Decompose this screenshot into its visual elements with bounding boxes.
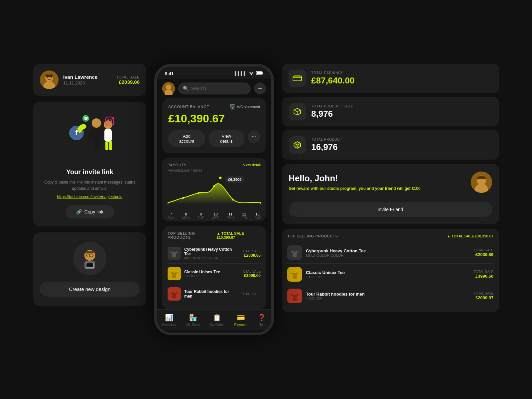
balance-amount: £10,390.67 xyxy=(168,112,260,125)
product-color: MULTICOLOR COLOR xyxy=(184,256,238,260)
design-card: Create new design xyxy=(33,232,146,306)
nav-mystore[interactable]: 🏪 My Store xyxy=(187,314,200,327)
product-color: 1 COLOR xyxy=(184,274,238,278)
user-date: 11.11.2023 xyxy=(63,80,112,85)
plus-button[interactable]: + xyxy=(254,82,266,94)
nav-payment-label: Payment xyxy=(234,323,247,327)
svg-text:💬: 💬 xyxy=(83,116,88,121)
svg-rect-18 xyxy=(105,141,108,150)
sold-icon-box xyxy=(289,103,306,120)
product-item: Tour Rabbit hoodies for men TOTAL SALE xyxy=(168,284,261,304)
hello-avatar xyxy=(471,172,492,193)
svg-rect-30 xyxy=(86,268,94,269)
earnings-icon-box xyxy=(289,70,306,87)
chart-container: £6,3909 xyxy=(168,176,261,216)
products-title: TOP SELLING PRODUCTS xyxy=(168,231,217,239)
stats-cards: TOTAL EARNINGS £87,640.00 TOTAL PRODUCT … xyxy=(282,64,499,160)
svg-point-48 xyxy=(232,199,234,200)
rp-title: TOP SELLING PRODUCTS xyxy=(287,234,338,238)
nav-help[interactable]: ❓ Help xyxy=(258,314,266,327)
invite-link[interactable]: https://fashino.com/invite/eaglestudio xyxy=(40,195,140,199)
svg-point-45 xyxy=(198,192,200,194)
products-total: ▲ TOTAL SALE £10,390.67 xyxy=(217,231,261,239)
payouts-subtitle: Payouts(Last 7 days) xyxy=(168,168,261,172)
balance-section: ACCOUNT BALANCE 🖥️ A/C statement £10,390… xyxy=(162,98,266,153)
phone-avatar xyxy=(162,82,175,95)
product-thumbnail xyxy=(168,247,181,260)
overview-icon: 📊 xyxy=(165,314,173,322)
product-sale-label: TOTAL SALE xyxy=(241,270,261,273)
rp-name: Cyberpunk Heavy Cotton Tee xyxy=(306,248,470,253)
product-icon-box xyxy=(289,136,306,154)
product-name: Classic Unisex Tee xyxy=(184,270,238,274)
chart-tooltip: £6,3909 xyxy=(225,176,244,183)
earnings-label: TOTAL EARNINGS xyxy=(311,71,354,75)
right-column: TOTAL EARNINGS £87,640.00 TOTAL PRODUCT … xyxy=(282,64,499,312)
product-sale-label: TOTAL SALE xyxy=(241,249,261,253)
user-card: Ivan Lawrence 11.11.2023 TOTAL SALE £203… xyxy=(33,64,146,96)
svg-rect-19 xyxy=(109,141,112,150)
stat-card-product: TOTAL PRODUCT 16,976 xyxy=(282,130,499,160)
rp-item: Cyberpunk Heavy Cotton Tee MULTICOLOR CO… xyxy=(287,242,493,264)
nav-myorder[interactable]: 📋 My Order xyxy=(210,314,224,327)
rp-name: Classic Unisex Tee xyxy=(306,270,470,275)
phone: 9:41 ▎▎▎▎ xyxy=(154,64,274,335)
sold-value: 8,976 xyxy=(311,109,353,119)
svg-rect-54 xyxy=(294,75,301,76)
rp-sale-value: £2039.86 xyxy=(474,252,493,257)
svg-point-49 xyxy=(260,202,261,204)
payouts-title: PAYOUTS xyxy=(168,163,187,167)
invite-desc: Copy & paste this link into instant mess… xyxy=(40,179,140,192)
more-button[interactable]: ··· xyxy=(248,130,260,143)
user-name: Ivan Lawrence xyxy=(63,74,112,80)
svg-point-22 xyxy=(112,118,113,119)
phone-container: 9:41 ▎▎▎▎ xyxy=(154,64,274,335)
view-detail-link[interactable]: View detail xyxy=(243,163,261,167)
view-details-button[interactable]: View details xyxy=(208,130,244,147)
nav-payment[interactable]: 💳 Payment xyxy=(234,314,247,327)
ac-statement: 🖥️ A/C statement xyxy=(230,104,260,109)
rp-thumbnail xyxy=(287,267,302,282)
svg-rect-38 xyxy=(263,72,263,74)
nav-overview[interactable]: 📊 Overview xyxy=(162,314,176,327)
rp-name: Tour Rabbit hoodies for men xyxy=(306,292,470,297)
rp-thumbnail xyxy=(287,245,302,260)
nav-help-label: Help xyxy=(259,323,266,327)
main-container: Ivan Lawrence 11.11.2023 TOTAL SALE £203… xyxy=(33,64,499,335)
svg-line-35 xyxy=(86,255,86,255)
search-bar[interactable]: 🔍 Search xyxy=(178,82,251,94)
chart-labels: 7SUN 8MON 9TUE 10WED 11THU 12FRI 13SAT xyxy=(168,212,261,220)
product-label: TOTAL PRODUCT xyxy=(311,138,342,141)
rp-item: Tour Rabbit hoodies for men 1 COLOR TOTA… xyxy=(287,285,493,307)
svg-rect-5 xyxy=(46,76,53,77)
create-design-button[interactable]: Create new design xyxy=(40,282,140,297)
rp-item: Classic Unisex Tee 1 COLOR TOTAL SALE £3… xyxy=(287,264,493,285)
svg-point-46 xyxy=(213,185,215,187)
svg-point-44 xyxy=(182,197,184,199)
svg-point-43 xyxy=(168,202,169,204)
rp-color: 1 COLOR xyxy=(306,275,470,279)
phone-products-section: TOP SELLING PRODUCTS ▲ TOTAL SALE £10,39… xyxy=(162,226,266,309)
battery-icon xyxy=(256,71,263,76)
product-thumbnail xyxy=(168,287,181,301)
svg-point-47 xyxy=(219,177,221,179)
add-account-button[interactable]: Add account xyxy=(168,130,205,147)
status-time: 9:41 xyxy=(165,71,174,76)
nav-myorder-label: My Order xyxy=(210,323,224,327)
hello-title: Hello, John! xyxy=(289,173,466,184)
invite-friend-button[interactable]: Invite Friend xyxy=(289,202,492,217)
payouts-section: PAYOUTS View detail Payouts(Last 7 days)… xyxy=(162,158,266,221)
rp-total: ▲ TOTAL SALE £10,390.67 xyxy=(447,234,493,238)
product-value: 16,976 xyxy=(311,142,342,152)
svg-text:f: f xyxy=(75,129,78,137)
rp-sale-value: £3990.60 xyxy=(474,274,493,279)
stat-card-earnings: TOTAL EARNINGS £87,640.00 xyxy=(282,64,499,93)
svg-point-10 xyxy=(92,118,101,128)
product-item: Cyberpunk Heavy Cotton Tee MULTICOLOR CO… xyxy=(168,243,261,264)
nav-overview-label: Overview xyxy=(162,323,176,327)
search-icon: 🔍 xyxy=(183,86,189,91)
rp-sale-value: £2090.97 xyxy=(474,295,493,300)
rp-thumbnail xyxy=(287,289,302,303)
myorder-icon: 📋 xyxy=(213,314,221,322)
copy-link-button[interactable]: 🔗 Copy link xyxy=(66,205,114,218)
